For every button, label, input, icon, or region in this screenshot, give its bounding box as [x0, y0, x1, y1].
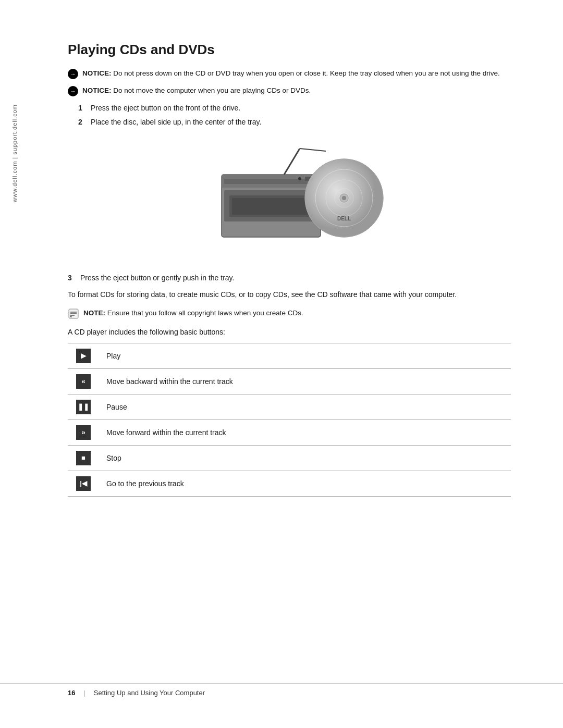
- notice-label-1: NOTICE:: [82, 69, 112, 77]
- note-body: Ensure that you follow all copyright law…: [107, 309, 303, 317]
- fastforward-label: Move forward within the current track: [99, 419, 511, 445]
- svg-line-8: [284, 149, 300, 175]
- page-number: 16: [68, 689, 75, 697]
- table-row-pause: ❚❚ Pause: [68, 394, 511, 419]
- prev-button-icon: |◀: [76, 476, 91, 491]
- notice-icon-1: [68, 69, 78, 79]
- step-1-text: Press the eject button on the front of t…: [91, 103, 240, 114]
- svg-point-16: [342, 196, 346, 200]
- step-2-num: 2: [78, 117, 85, 128]
- step-2: 2 Place the disc, label side up, in the …: [78, 117, 511, 128]
- notice-text-2: NOTICE: Do not move the computer when yo…: [82, 85, 311, 96]
- steps-list: 1 Press the eject button on the front of…: [78, 103, 511, 128]
- step-1: 1 Press the eject button on the front of…: [78, 103, 511, 114]
- buttons-table: ▶ Play « Move backward within the curren…: [68, 343, 511, 497]
- stop-button-icon: ■: [76, 451, 91, 465]
- fastforward-icon-cell: »: [68, 419, 99, 445]
- note-label: NOTE:: [83, 309, 105, 317]
- page-container: www.dell.com | support.dell.com Playing …: [0, 0, 563, 728]
- play-icon-cell: ▶: [68, 343, 99, 368]
- svg-point-7: [298, 177, 301, 180]
- notice-block-2: NOTICE: Do not move the computer when yo…: [68, 85, 511, 96]
- footer-bar: 16 | Setting Up and Using Your Computer: [0, 683, 563, 697]
- notice-text-1: NOTICE: Do not press down on the CD or D…: [82, 68, 500, 79]
- notice-label-2: NOTICE:: [82, 87, 112, 94]
- rewind-icon-cell: «: [68, 368, 99, 394]
- prev-label: Go to the previous track: [99, 471, 511, 496]
- notice-body-1: Do not press down on the CD or DVD tray …: [113, 69, 499, 77]
- step-3-text: Press the eject button or gently push in…: [80, 274, 234, 282]
- notice-body-2: Do not move the computer when you are pl…: [113, 87, 311, 94]
- step-1-num: 1: [78, 103, 85, 114]
- notice-icon-2: [68, 86, 78, 96]
- table-row-stop: ■ Stop: [68, 445, 511, 471]
- note-pencil-icon: [68, 308, 79, 319]
- paragraph-1: To format CDs for storing data, to creat…: [68, 289, 511, 301]
- play-label: Play: [99, 343, 511, 368]
- prev-icon-cell: |◀: [68, 471, 99, 496]
- fastforward-button-icon: »: [76, 425, 91, 440]
- pause-label: Pause: [99, 394, 511, 419]
- stop-icon-cell: ■: [68, 445, 99, 471]
- rewind-label: Move backward within the current track: [99, 368, 511, 394]
- page-title: Playing CDs and DVDs: [68, 42, 511, 58]
- pause-icon-cell: ❚❚: [68, 394, 99, 419]
- table-row-prev: |◀ Go to the previous track: [68, 471, 511, 496]
- intro-text: A CD player includes the following basic…: [68, 327, 511, 338]
- footer-text: Setting Up and Using Your Computer: [94, 689, 205, 697]
- svg-text:DELL: DELL: [337, 216, 351, 221]
- step-3-num: 3: [68, 274, 75, 282]
- cd-drive-image-container: DELL: [68, 143, 511, 258]
- pause-button-icon: ❚❚: [76, 400, 91, 414]
- svg-line-9: [300, 149, 326, 151]
- stop-label: Stop: [99, 445, 511, 471]
- svg-rect-3: [232, 198, 310, 215]
- note-block: NOTE: Ensure that you follow all copyrig…: [68, 308, 511, 319]
- sidebar-text: www.dell.com | support.dell.com: [11, 104, 18, 202]
- rewind-button-icon: «: [76, 374, 91, 389]
- footer-separator: |: [83, 689, 85, 697]
- note-text: NOTE: Ensure that you follow all copyrig…: [83, 308, 303, 318]
- table-row-fastforward: » Move forward within the current track: [68, 419, 511, 445]
- play-button-icon: ▶: [76, 349, 91, 363]
- table-row-play: ▶ Play: [68, 343, 511, 368]
- table-row-rewind: « Move backward within the current track: [68, 368, 511, 394]
- step-3: 3 Press the eject button or gently push …: [68, 274, 511, 282]
- cd-drive-illustration: DELL: [190, 143, 388, 258]
- step-2-text: Place the disc, label side up, in the ce…: [91, 117, 261, 128]
- notice-block-1: NOTICE: Do not press down on the CD or D…: [68, 68, 511, 79]
